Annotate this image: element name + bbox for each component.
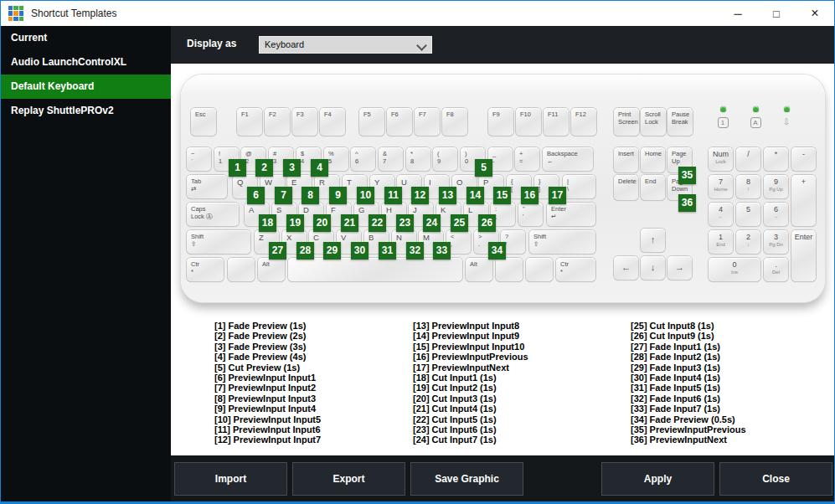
app-icon-square — [13, 11, 18, 15]
key-label: Shift — [533, 233, 595, 240]
key-label: Shift — [191, 233, 250, 240]
key-delete: Delete — [614, 175, 638, 200]
key-label: ↵ — [551, 213, 595, 220]
legend-item: [12] PreviewInput Input7 — [214, 435, 321, 445]
shortcut-badge-3: 3 — [283, 159, 301, 177]
window-controls: ─□× — [719, 1, 834, 26]
import-button[interactable]: Import — [174, 462, 287, 496]
key-label: 9 — [437, 157, 457, 165]
key-shift-right: Shift⇧ — [529, 230, 595, 254]
key-win-right — [496, 258, 523, 281]
sidebar-item-default-keyboard[interactable]: Default Keyboard — [1, 75, 171, 99]
key-label: Del — [764, 270, 788, 276]
led-dot — [784, 106, 790, 112]
key-label: 6 — [764, 205, 788, 214]
legend-item: [19] Cut Input2 (1s) — [413, 383, 528, 393]
key-label: ⇧ — [533, 240, 595, 248]
shortcut-badge-4: 4 — [311, 159, 328, 177]
close-button[interactable]: × — [796, 1, 834, 26]
key-label: ( — [437, 150, 457, 157]
key-label: = — [519, 157, 539, 165]
key-label: Num — [709, 150, 733, 159]
legend-item: [21] Cut Input4 (1s) — [413, 404, 528, 414]
shortcut-badge-27: 27 — [269, 242, 286, 260]
key-f3: F3 — [292, 108, 317, 136]
sidebar-item-current[interactable]: Current — [1, 26, 171, 50]
export-button[interactable]: Export — [292, 462, 405, 496]
shortcut-badge-13: 13 — [439, 187, 456, 204]
legend-item: [23] Cut Input6 (1s) — [413, 424, 528, 435]
key-6: ^6 — [351, 147, 375, 171]
key-label: ← — [709, 214, 733, 221]
key-label: F2 — [269, 111, 290, 118]
led-glyph: ⇩ — [777, 117, 796, 126]
key-label: F11 — [548, 111, 569, 118]
key-q: Q6 — [233, 175, 257, 198]
key-label: ? — [505, 233, 525, 240]
key-np-3: 3Pg Dn — [764, 230, 788, 254]
save-graphic-button[interactable]: Save Graphic — [410, 462, 523, 496]
key-label: - — [791, 150, 816, 159]
key-label: _ — [492, 150, 513, 157]
key-label: ~ — [191, 150, 211, 157]
key-quote: "' — [518, 203, 543, 226]
key-np-1: 1End — [709, 230, 733, 254]
title-bar: Shortcut Templates ─□× — [1, 1, 834, 26]
minimize-button[interactable]: ─ — [719, 1, 757, 26]
key-label: Pg Dn — [764, 242, 788, 249]
key-backspace: Backspace← — [543, 147, 593, 171]
shortcut-badge-14: 14 — [466, 187, 484, 204]
legend-item: [7] PreviewInput Input2 — [214, 383, 321, 393]
key-shift-left: Shift⇧ — [187, 230, 250, 254]
app-icon-square — [19, 6, 23, 10]
key-label: { — [511, 177, 531, 185]
key-label: Alt — [470, 260, 492, 268]
maximize-button[interactable]: □ — [757, 1, 796, 26]
key-label: ⇄ — [191, 185, 227, 193]
key-9: (9 — [433, 147, 457, 171]
key-label: ^ — [355, 150, 375, 157]
shortcut-badge-2: 2 — [255, 159, 273, 177]
key-label: Lock Ⓐ — [191, 213, 239, 220]
shortcut-badge-24: 24 — [423, 214, 441, 232]
key-scroll-lock: ScrollLock — [641, 108, 666, 136]
legend-column-1: [1] Fade Preview (1s)[2] Fade Preview (2… — [214, 321, 321, 445]
key-label: 6 — [355, 157, 375, 165]
shortcut-badge-21: 21 — [341, 214, 358, 232]
key-np-6: 6→ — [764, 203, 788, 226]
shortcut-badge-32: 32 — [406, 242, 424, 260]
legend-item: [26] Cut Input9 (1s) — [631, 331, 746, 341]
key-label: F7 — [419, 111, 440, 118]
sidebar-item-audio-launchcontrolxl[interactable]: Audio LaunchControlXL — [1, 50, 171, 75]
legend-item: [16] PreviewInputPrevious — [413, 352, 528, 362]
shortcut-badge-5: 5 — [475, 159, 492, 177]
key-menu — [526, 258, 553, 281]
led-dot — [753, 106, 759, 112]
key-label: ! — [219, 150, 239, 157]
key-label: → — [764, 214, 788, 221]
sidebar-item-replay-shuttleprov2[interactable]: Replay ShuttlePROv2 — [1, 99, 171, 123]
display-as-dropdown[interactable]: Keyboard — [259, 36, 432, 54]
shortcut-badge-1: 1 — [229, 159, 246, 177]
key-label: ) — [465, 150, 485, 157]
app-icon-square — [13, 17, 18, 21]
display-as-label: Display as — [187, 38, 236, 49]
shortcut-badge-16: 16 — [521, 187, 539, 204]
key-label: Lock — [645, 118, 666, 126]
key-label: } — [539, 177, 559, 185]
shortcut-badge-12: 12 — [411, 187, 429, 204]
chevron-down-icon — [416, 40, 427, 51]
key-f10: F10 — [516, 108, 541, 136]
key-label: 5 — [736, 205, 760, 214]
shortcut-templates-window: Shortcut Templates ─□× CurrentAudio Laun… — [0, 0, 835, 504]
close-button[interactable]: Close — [719, 462, 832, 496]
legend-item: [3] Fade Preview (3s) — [214, 342, 321, 352]
apply-button[interactable]: Apply — [601, 462, 714, 496]
app-body: CurrentAudio LaunchControlXLDefault Keyb… — [1, 26, 834, 501]
app-icon-square — [19, 11, 23, 15]
key-label: " — [523, 205, 543, 213]
key-arrow-left: ← — [614, 256, 638, 280]
key-backslash: |\ — [563, 175, 595, 198]
top-bar: Display as Keyboard — [171, 26, 834, 64]
key-label: F12 — [575, 111, 596, 118]
